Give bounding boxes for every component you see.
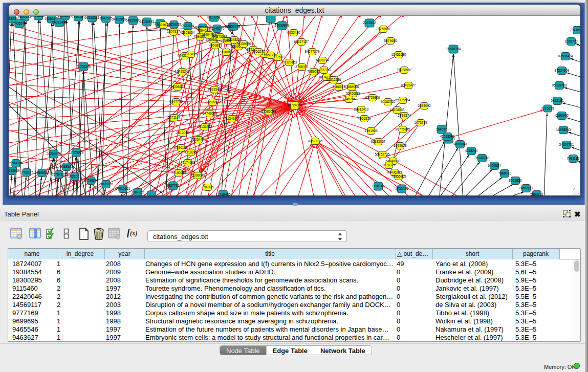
svg-text:15451680: 15451680 [391,53,406,56]
svg-text:34624751: 34624751 [559,143,574,146]
svg-text:1869993: 1869993 [206,100,219,104]
svg-text:17359928: 17359928 [69,150,84,154]
svg-text:84980841: 84980841 [453,142,468,146]
svg-text:29912419: 29912419 [354,107,369,111]
svg-text:3678377: 3678377 [382,163,396,167]
svg-text:45146270: 45146270 [210,27,225,30]
svg-text:1326773: 1326773 [564,39,578,43]
svg-text:77190659: 77190659 [171,171,186,174]
svg-text:02606474: 02606474 [558,54,573,58]
svg-text:4936183: 4936183 [175,146,188,149]
svg-text:8708317: 8708317 [295,65,309,69]
svg-text:90838637: 90838637 [31,16,46,17]
svg-text:4966319: 4966319 [358,117,371,120]
svg-text:20206535: 20206535 [47,152,61,156]
svg-text:1196141: 1196141 [372,184,385,188]
svg-text:27875588: 27875588 [213,35,228,38]
svg-text:8951718: 8951718 [264,53,277,57]
svg-text:5766270: 5766270 [252,50,265,53]
svg-text:65185067: 65185067 [371,140,386,143]
svg-text:71756551: 71756551 [376,27,391,31]
svg-text:13716485: 13716485 [216,192,231,195]
svg-text:73178108: 73178108 [570,28,580,32]
svg-text:01399049: 01399049 [190,173,205,177]
svg-text:64835030: 64835030 [126,18,141,22]
svg-text:2719374: 2719374 [398,114,411,117]
svg-text:5869232: 5869232 [530,192,543,195]
svg-text:2787429: 2787429 [201,185,214,189]
svg-text:1647525: 1647525 [99,16,113,20]
svg-text:61317127: 61317127 [294,40,309,43]
svg-text:98776945: 98776945 [396,127,410,131]
svg-text:05009788: 05009788 [552,83,567,87]
svg-text:62729806: 62729806 [365,96,380,99]
svg-text:2812067: 2812067 [176,131,189,135]
svg-text:68727743: 68727743 [317,68,332,72]
svg-text:65787133: 65787133 [52,172,67,176]
svg-text:9022941: 9022941 [208,87,221,91]
svg-text:6193990: 6193990 [555,114,569,117]
svg-text:4210249: 4210249 [184,150,198,154]
svg-text:7991183: 7991183 [567,157,580,160]
svg-text:13435240: 13435240 [175,70,190,73]
svg-text:0947775: 0947775 [169,100,183,103]
svg-text:64139537: 64139537 [140,20,155,24]
svg-text:7357274: 7357274 [227,25,241,28]
svg-text:20091406: 20091406 [52,20,67,24]
svg-text:16998543: 16998543 [556,128,571,132]
svg-text:5098393: 5098393 [60,165,73,168]
svg-text:09133412: 09133412 [198,125,212,128]
svg-text:9837791: 9837791 [166,184,180,187]
svg-text:0122691: 0122691 [181,24,194,28]
svg-text:01543039: 01543039 [9,169,20,172]
svg-text:35348740: 35348740 [475,156,490,160]
svg-text:59310341: 59310341 [85,16,100,19]
svg-text:34738299: 34738299 [84,179,99,182]
svg-text:4118244: 4118244 [465,149,478,152]
svg-text:74034471: 74034471 [191,138,206,141]
svg-text:34192832: 34192832 [112,17,127,21]
svg-text:21053346: 21053346 [76,64,91,68]
svg-text:0932480: 0932480 [287,31,300,34]
svg-text:90162720: 90162720 [381,100,396,103]
svg-text:55812236: 55812236 [326,78,341,81]
svg-text:11615594: 11615594 [58,16,73,17]
svg-text:8813054: 8813054 [207,16,221,19]
svg-text:16648764: 16648764 [446,47,461,51]
svg-text:1031051: 1031051 [68,174,81,178]
svg-text:2087862: 2087862 [363,21,376,25]
svg-text:76320163: 76320163 [282,60,297,64]
svg-text:02621745: 02621745 [308,139,323,143]
svg-text:7868011: 7868011 [498,171,511,175]
svg-text:1491905: 1491905 [364,129,378,133]
svg-text:0812191: 0812191 [551,99,564,102]
svg-text:9600133: 9600133 [18,16,31,18]
svg-text:16033809: 16033809 [275,24,290,27]
svg-text:84677378: 84677378 [305,50,320,53]
svg-text:41708053: 41708053 [390,108,405,112]
svg-text:67010651: 67010651 [116,187,130,190]
svg-text:3387262: 3387262 [131,190,144,194]
svg-text:7346706: 7346706 [342,97,356,101]
svg-text:9134316: 9134316 [225,117,238,120]
svg-text:4060883: 4060883 [209,43,222,47]
svg-text:67749649: 67749649 [203,112,217,115]
svg-text:42513542: 42513542 [440,135,455,138]
svg-text:1405572: 1405572 [13,21,26,25]
svg-text:23374989: 23374989 [184,52,199,56]
svg-text:29946804: 29946804 [219,50,234,54]
svg-text:75339636: 75339636 [236,42,251,46]
svg-text:37631165: 37631165 [99,182,114,186]
svg-text:50752735: 50752735 [375,152,390,156]
svg-text:6398214: 6398214 [316,58,329,62]
svg-text:87234309: 87234309 [555,69,570,72]
svg-text:7816184: 7816184 [72,16,85,18]
svg-text:3215958: 3215958 [541,106,554,110]
svg-text:76038597: 76038597 [397,68,412,72]
svg-text:05466889: 05466889 [346,92,361,95]
svg-text:6025634: 6025634 [157,23,170,27]
svg-text:3166587: 3166587 [332,85,345,89]
svg-text:8059826: 8059826 [509,179,522,182]
svg-text:0033092: 0033092 [418,104,431,107]
svg-text:5674680: 5674680 [384,39,397,42]
